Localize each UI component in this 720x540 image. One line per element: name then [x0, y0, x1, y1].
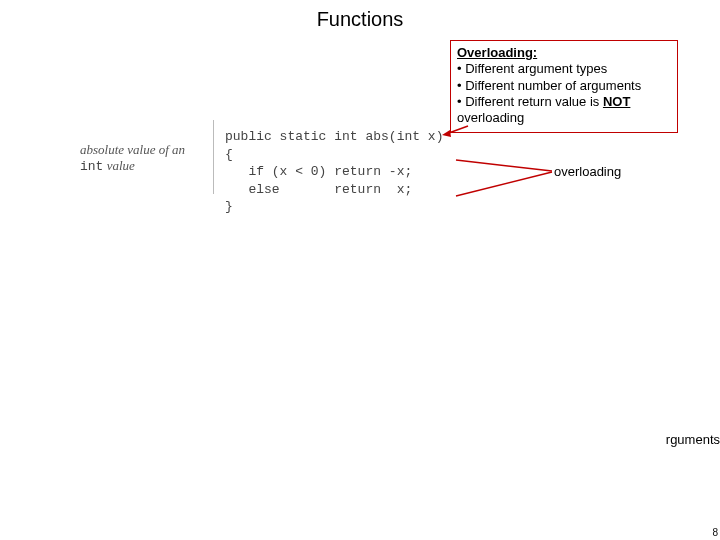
overloading-callout: Overloading: • Different argument types … — [450, 40, 678, 133]
callout-bullet-3: • Different return value is NOT — [457, 94, 671, 110]
svg-line-3 — [456, 172, 552, 196]
page-number: 8 — [712, 527, 718, 538]
vertical-rule — [213, 120, 214, 194]
callout-bullet-4: overloading — [457, 110, 671, 126]
code-line-3: if (x < 0) return -x; — [225, 164, 412, 179]
overloading-annotation: overloading — [554, 164, 621, 179]
caption-int-keyword: int — [80, 159, 103, 174]
code-line-1: public static int abs(int x) — [225, 129, 443, 144]
callout-bullet-3a: • Different return value is — [457, 94, 603, 109]
code-line-5: } — [225, 199, 233, 214]
callout-bullet-2: • Different number of arguments — [457, 78, 671, 94]
callout-title: Overloading: — [457, 45, 537, 60]
code-block-abs-int: public static int abs(int x) { if (x < 0… — [225, 128, 443, 216]
caption-line2-rest: value — [103, 158, 134, 173]
code-caption: absolute value of an int value — [80, 142, 205, 176]
svg-marker-1 — [442, 130, 451, 137]
callout-not: NOT — [603, 94, 630, 109]
callout-bullet-1: • Different argument types — [457, 61, 671, 77]
arrow-callout-to-signature — [440, 122, 470, 142]
slide-title: Functions — [0, 8, 720, 31]
code-line-4: else return x; — [225, 182, 412, 197]
annotation-line-lower — [454, 170, 554, 198]
clipped-text-fragment: rguments — [666, 432, 720, 447]
code-line-2: { — [225, 147, 233, 162]
caption-line1: absolute value of an — [80, 142, 185, 157]
